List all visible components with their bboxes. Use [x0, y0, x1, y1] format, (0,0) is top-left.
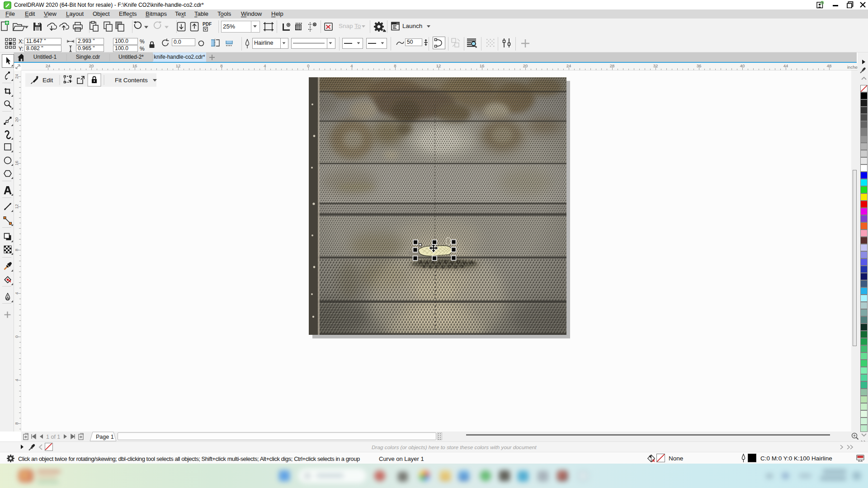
svg-text:1 of 1: 1 of 1 [46, 434, 60, 440]
svg-text:Page 1: Page 1 [96, 434, 114, 440]
svg-text:Edit: Edit [42, 77, 53, 84]
svg-text:PDF: PDF [203, 22, 212, 27]
svg-text:Fit Contents: Fit Contents [115, 77, 148, 84]
